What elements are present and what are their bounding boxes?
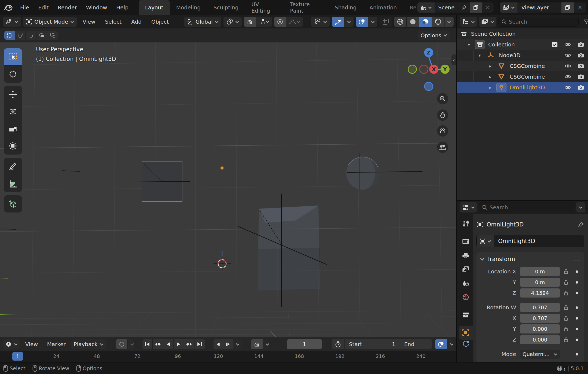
snap-target-selector[interactable] [256, 17, 272, 27]
select-mode-invert-button[interactable] [36, 31, 47, 40]
tab-object[interactable] [459, 326, 473, 340]
current-frame-field[interactable]: 1 [287, 339, 322, 349]
timeline-ruler[interactable]: 1 24 48 72 96 120 144 168 192 216 240 [0, 351, 456, 362]
tool-transform[interactable] [4, 137, 22, 155]
shading-solid-button[interactable] [407, 17, 419, 27]
lock-rotation-x[interactable] [560, 315, 572, 321]
outliner-row-csgcombine-2[interactable]: ▸ CSGCombine [457, 71, 588, 82]
overlays-toggle[interactable] [356, 17, 368, 27]
render-camera-toggle[interactable] [577, 39, 584, 50]
view-layer-name[interactable]: ViewLayer [517, 2, 561, 13]
render-camera-toggle[interactable] [577, 71, 584, 82]
timeline-menu-marker[interactable]: Marker [43, 341, 69, 347]
transform-panel-header[interactable]: Transform ::::: [476, 252, 584, 266]
pin-scene-button[interactable] [458, 2, 470, 13]
play-reverse-button[interactable] [163, 339, 174, 349]
gizmo-axis-y-neg[interactable] [408, 65, 417, 74]
zoom-view-button[interactable] [437, 93, 448, 104]
location-z-value[interactable]: 4.1594 [520, 288, 560, 298]
outliner-row-omnilight3d[interactable]: ▸ OmniLight3D [457, 82, 588, 93]
viewport-menu-object[interactable]: Object [148, 19, 172, 25]
rotation-mode-selector[interactable]: Quaterni... [520, 350, 560, 359]
keying-set-dropdown[interactable] [128, 339, 134, 349]
hide-eye-toggle[interactable] [564, 50, 571, 61]
outliner-filter-button[interactable] [581, 17, 588, 27]
render-camera-toggle[interactable] [577, 61, 584, 71]
tab-collection[interactable] [459, 308, 473, 322]
tab-render[interactable] [459, 234, 473, 248]
remove-view-layer-button[interactable]: ✕ [574, 2, 586, 13]
outliner-editor-type-button[interactable] [460, 17, 477, 27]
select-mode-subtract-button[interactable] [26, 31, 36, 40]
proportional-falloff-selector[interactable] [286, 17, 303, 27]
menu-help[interactable]: Help [112, 0, 133, 15]
new-view-layer-button[interactable] [561, 2, 574, 13]
shading-wireframe-button[interactable] [394, 17, 407, 27]
timeline-overlays-toggle[interactable] [435, 339, 447, 349]
view-layer-type-button[interactable] [500, 2, 517, 13]
rotation-w-value[interactable]: 0.707 [520, 303, 560, 312]
outliner-display-mode-button[interactable] [479, 17, 496, 27]
pan-view-button[interactable] [437, 109, 448, 121]
outliner-search[interactable] [498, 17, 579, 27]
timeline-snap-dropdown[interactable] [263, 339, 269, 349]
timeline-menu-view[interactable]: View [21, 341, 42, 347]
animate-rotation-z[interactable] [572, 339, 582, 341]
mode-selector[interactable]: Object Mode [23, 17, 77, 27]
expand-chevron-icon[interactable]: ▾ [479, 50, 481, 61]
hide-eye-toggle[interactable] [564, 71, 571, 82]
show-gizmo-selector[interactable] [311, 17, 330, 27]
play-button[interactable] [174, 339, 184, 349]
tool-select-box[interactable] [4, 48, 22, 65]
frame-start-field[interactable]: Start 1 [345, 339, 400, 349]
hide-eye-toggle[interactable] [564, 39, 571, 50]
new-scene-button[interactable] [470, 2, 482, 13]
select-mode-new-button[interactable] [4, 31, 15, 40]
location-y-value[interactable]: 0 m [520, 278, 560, 287]
location-x-value[interactable]: 0 m [520, 267, 560, 276]
tool-scale[interactable] [4, 120, 22, 137]
animate-location-y[interactable] [572, 281, 582, 284]
menu-edit[interactable]: Edit [34, 0, 53, 15]
scene-name[interactable]: Scene [435, 2, 458, 13]
shading-dropdown[interactable] [444, 17, 454, 27]
snap-toggle[interactable] [244, 17, 256, 27]
auto-key-toggle[interactable] [116, 339, 128, 349]
properties-options-button[interactable] [576, 202, 585, 212]
animate-location-z[interactable] [572, 292, 582, 294]
viewport-menu-view[interactable]: View [79, 19, 99, 25]
scene-type-button[interactable] [417, 2, 435, 13]
outliner-row-node3d[interactable]: ▾ Node3D [457, 50, 588, 61]
tool-annotate[interactable] [4, 158, 22, 175]
rotation-x-value[interactable]: 0.707 [520, 314, 560, 323]
menu-render[interactable]: Render [53, 0, 81, 15]
rotation-y-value[interactable]: 0.000 [520, 324, 560, 333]
previous-frame-button[interactable] [214, 339, 223, 349]
render-camera-toggle[interactable] [577, 82, 584, 93]
animate-rotation-w[interactable] [572, 306, 582, 309]
frame-end-field[interactable]: End 250 [400, 339, 432, 349]
lock-location-z[interactable] [560, 290, 572, 296]
lock-location-x[interactable] [560, 269, 572, 274]
animate-rotation-x[interactable] [572, 317, 582, 320]
shading-rendered-button[interactable] [432, 17, 444, 27]
expand-chevron-icon[interactable]: ▸ [489, 82, 491, 93]
properties-search-input[interactable] [490, 204, 571, 211]
workspace-tab-modeling[interactable]: Modeling [170, 0, 207, 15]
tool-rotate[interactable] [4, 103, 22, 120]
timeline-snap-toggle[interactable] [251, 339, 263, 349]
camera-view-button[interactable] [437, 125, 448, 137]
panel-drag-grip[interactable]: ::::: [571, 257, 580, 261]
expand-chevron-icon[interactable]: ▸ [489, 61, 491, 71]
breadcrumb-object-name[interactable]: OmniLight3D [487, 221, 574, 228]
tool-add-primitive[interactable] [4, 195, 22, 212]
viewport-menu-select[interactable]: Select [101, 19, 125, 25]
gizmo-axis-x-neg[interactable] [419, 65, 428, 74]
timeline-editor-type-button[interactable] [3, 339, 20, 349]
gizmo-axis-z-neg[interactable] [424, 82, 433, 91]
tool-move[interactable] [4, 86, 22, 103]
tab-output[interactable] [459, 248, 473, 262]
xray-toggle[interactable] [380, 17, 392, 27]
properties-editor-type-button[interactable] [460, 202, 477, 212]
tab-scene[interactable] [459, 276, 473, 290]
